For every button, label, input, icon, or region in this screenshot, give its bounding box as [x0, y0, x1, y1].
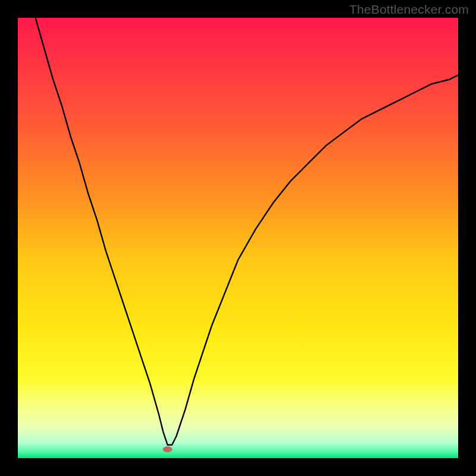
chart-frame: TheBottlenecker.com [0, 0, 476, 476]
watermark-text: TheBottlenecker.com [349, 2, 469, 17]
gradient-background [18, 18, 458, 458]
optimal-point-marker [163, 446, 173, 452]
plot-area [18, 18, 458, 458]
chart-svg [18, 18, 458, 458]
